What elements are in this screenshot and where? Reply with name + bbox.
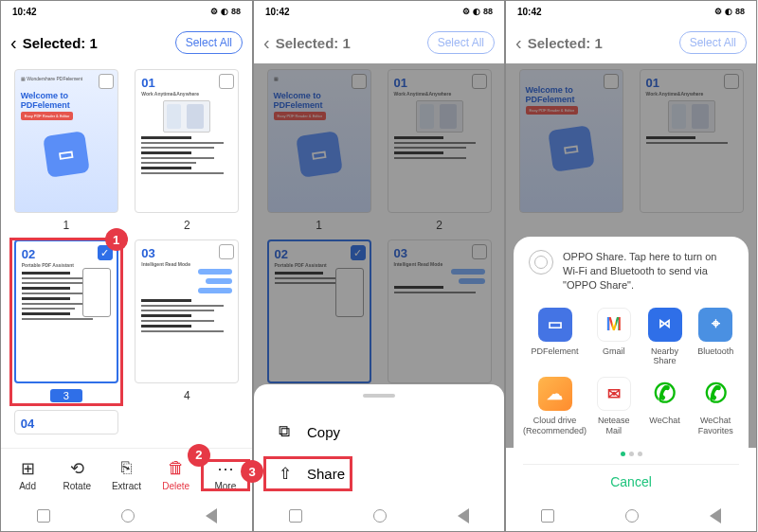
share-icon: ⇧ — [279, 464, 296, 484]
step-badge-3: 3 — [241, 460, 263, 483]
page-checkbox[interactable] — [219, 74, 234, 89]
page-thumbnail-2[interactable]: 01 Work Anytime&Anywhere 2 — [134, 69, 242, 232]
status-time: 10:42 — [517, 7, 542, 17]
status-time: 10:42 — [265, 7, 290, 17]
nav-back[interactable] — [458, 508, 469, 523]
oppo-share-icon — [529, 250, 553, 275]
system-nav — [254, 501, 504, 531]
wechat-icon: ✆ — [648, 377, 682, 411]
wechat-fav-icon: ✆ — [698, 377, 732, 411]
back-icon[interactable]: ‹ — [515, 32, 522, 54]
page-checkbox[interactable] — [219, 244, 234, 259]
system-nav — [506, 501, 756, 531]
status-bar: 10:42 ⚙ ◐ 88 — [1, 1, 252, 22]
header: ‹ Selected: 1 Select All — [254, 22, 504, 63]
rotate-icon: ⟲ — [70, 459, 84, 478]
nav-home[interactable] — [121, 509, 135, 523]
page-indicator — [523, 443, 739, 460]
nav-home[interactable] — [625, 509, 639, 523]
header-title: Selected: 1 — [528, 35, 674, 51]
add-button[interactable]: ⊞Add — [5, 459, 50, 491]
sheet-handle[interactable] — [363, 394, 395, 398]
gmail-icon: M — [597, 308, 631, 342]
cloud-icon: ☁ — [538, 377, 572, 411]
status-bar: 10:42 ⚙ ◐ 88 — [506, 1, 756, 22]
oppo-share-row[interactable]: OPPO Share. Tap here to turn on Wi-Fi an… — [523, 250, 739, 304]
status-right: ⚙ ◐ 88 — [462, 7, 493, 16]
status-right: ⚙ ◐ 88 — [210, 7, 241, 16]
copy-icon: ⧉ — [279, 422, 296, 441]
page-thumbnail-1[interactable]: ▦ Wondershare PDFelement Welcome toPDFel… — [12, 69, 120, 232]
step-badge-2: 2 — [188, 444, 210, 467]
more-menu-sheet: ⧉ Copy 3 ⇧ Share — [254, 384, 504, 501]
share-sheet: OPPO Share. Tap here to turn on Wi-Fi an… — [514, 237, 749, 501]
share-menu-item[interactable]: 3 ⇧ Share — [254, 452, 504, 495]
pdfelement-icon: ▭ — [538, 308, 572, 342]
page-thumbnail-5[interactable]: 04 — [12, 410, 120, 434]
share-app-gmail[interactable]: MGmail — [590, 308, 638, 366]
cancel-button[interactable]: Cancel — [523, 464, 739, 493]
nearby-icon: ⋈ — [648, 308, 682, 342]
header-title: Selected: 1 — [276, 35, 422, 51]
step-badge-1: 1 — [105, 228, 128, 251]
page-number: 2 — [184, 219, 190, 232]
page-number-selected: 3 — [50, 389, 82, 402]
share-app-nearby[interactable]: ⋈Nearby Share — [641, 308, 689, 366]
share-app-bluetooth[interactable]: ⌖Bluetooth — [692, 308, 739, 366]
status-bar: 10:42 ⚙ ◐ 88 — [254, 1, 504, 22]
status-right: ⚙ ◐ 88 — [714, 7, 745, 16]
toolbar: ⊞Add ⟲Rotate ⎘Extract 🗑Delete 2 ⋯More — [1, 448, 252, 501]
extract-icon: ⎘ — [121, 459, 132, 478]
header-title: Selected: 1 — [23, 35, 170, 51]
share-app-netease[interactable]: ✉Netease Mail — [590, 377, 638, 435]
share-app-pdfelement[interactable]: ▭PDFelement — [523, 308, 587, 366]
select-all-button[interactable]: Select All — [679, 31, 747, 54]
screen-2: 10:42 ⚙ ◐ 88 ‹ Selected: 1 Select All ▦W… — [253, 0, 505, 532]
header: ‹ Selected: 1 Select All — [1, 22, 252, 63]
back-icon[interactable]: ‹ — [10, 32, 17, 54]
rotate-button[interactable]: ⟲Rotate — [54, 459, 99, 491]
page-grid: ▦ Wondershare PDFelement Welcome toPDFel… — [1, 63, 252, 448]
status-time: 10:42 — [12, 7, 37, 17]
copy-menu-item[interactable]: ⧉ Copy — [254, 411, 504, 452]
page-thumbnail-3[interactable]: 1 ✓ 02 Portable PDF Assistant 3 — [12, 239, 120, 402]
bluetooth-icon: ⌖ — [698, 308, 732, 342]
oppo-share-text: OPPO Share. Tap here to turn on Wi-Fi an… — [563, 250, 733, 293]
share-app-cloud[interactable]: ☁Cloud drive (Recommended) — [523, 377, 587, 435]
nav-home[interactable] — [373, 509, 387, 523]
page-checkbox[interactable] — [99, 74, 114, 89]
share-app-wechat-fav[interactable]: ✆WeChat Favorites — [692, 377, 739, 435]
more-icon: ⋯ — [217, 459, 234, 478]
page-number: 1 — [63, 219, 69, 232]
netease-icon: ✉ — [597, 377, 631, 411]
page-number: 4 — [184, 389, 190, 402]
screen-1: 10:42 ⚙ ◐ 88 ‹ Selected: 1 Select All ▦ … — [0, 0, 253, 532]
page-thumbnail-4[interactable]: 03 Intelligent Read Mode 4 — [134, 239, 242, 402]
nav-recents[interactable] — [37, 509, 50, 523]
header: ‹ Selected: 1 Select All — [506, 22, 756, 63]
share-app-grid: ▭PDFelement MGmail ⋈Nearby Share ⌖Blueto… — [523, 308, 739, 435]
extract-button[interactable]: ⎘Extract — [103, 459, 149, 491]
share-app-wechat[interactable]: ✆WeChat — [641, 377, 689, 435]
back-icon[interactable]: ‹ — [263, 32, 270, 54]
select-all-button[interactable]: Select All — [427, 31, 495, 54]
select-all-button[interactable]: Select All — [175, 31, 243, 54]
nav-back[interactable] — [710, 508, 721, 523]
trash-icon: 🗑 — [168, 459, 185, 478]
screen-3: 10:42 ⚙ ◐ 88 ‹ Selected: 1 Select All We… — [505, 0, 757, 532]
add-icon: ⊞ — [21, 459, 35, 478]
system-nav — [1, 501, 252, 531]
nav-recents[interactable] — [541, 509, 554, 523]
nav-back[interactable] — [206, 508, 217, 523]
nav-recents[interactable] — [289, 509, 302, 523]
